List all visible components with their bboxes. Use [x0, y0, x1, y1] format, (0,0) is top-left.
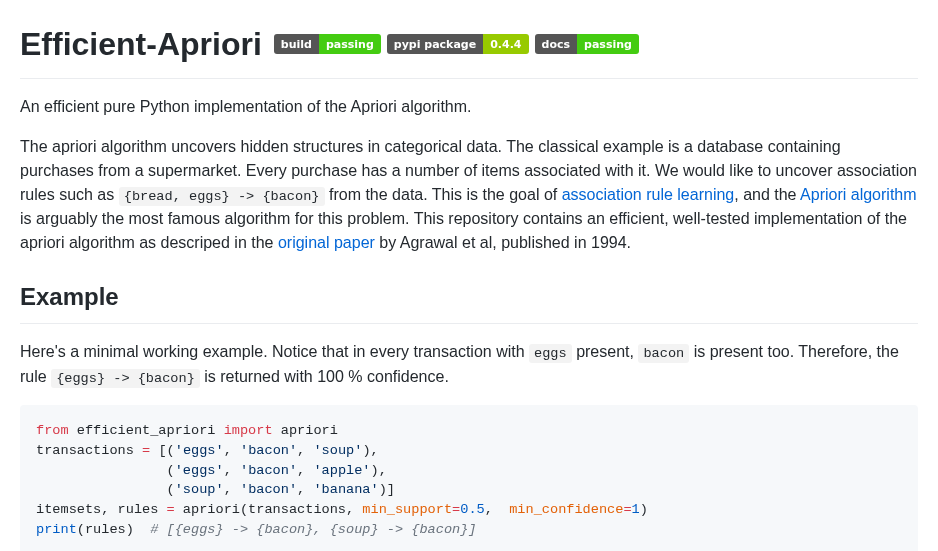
- badge-label: build: [274, 34, 319, 54]
- badge-label: pypi package: [387, 34, 483, 54]
- badge-value: passing: [319, 34, 381, 54]
- link-original-paper[interactable]: original paper: [278, 234, 375, 251]
- badge-value: passing: [577, 34, 639, 54]
- inline-code-bacon: bacon: [638, 344, 689, 363]
- inline-code-eggs: eggs: [529, 344, 572, 363]
- description-paragraph: The apriori algorithm uncovers hidden st…: [20, 135, 918, 255]
- inline-code-rule: {bread, eggs} -> {bacon}: [119, 187, 325, 206]
- text: by Agrawal et al, published in 1994.: [375, 234, 631, 251]
- example-intro-paragraph: Here's a minimal working example. Notice…: [20, 340, 918, 389]
- page-title: Efficient-Apriori build passing pypi pac…: [20, 20, 918, 79]
- badge-label: docs: [535, 34, 578, 54]
- text: from the data. This is the goal of: [329, 186, 562, 203]
- badge-docs[interactable]: docs passing: [535, 34, 639, 54]
- inline-code-rule2: {eggs} -> {bacon}: [51, 369, 200, 388]
- badge-pypi[interactable]: pypi package 0.4.4: [387, 34, 529, 54]
- text: Here's a minimal working example. Notice…: [20, 343, 529, 360]
- badge-build[interactable]: build passing: [274, 34, 381, 54]
- link-apriori-algorithm[interactable]: Apriori algorithm: [800, 186, 916, 203]
- text: , and the: [734, 186, 800, 203]
- text: is returned with 100 % confidence.: [204, 368, 449, 385]
- example-heading: Example: [20, 279, 918, 324]
- title-text: Efficient-Apriori: [20, 20, 262, 68]
- code-block: from efficient_apriori import apriori tr…: [20, 405, 918, 551]
- link-association-rule-learning[interactable]: association rule learning: [562, 186, 735, 203]
- text: present,: [576, 343, 638, 360]
- badge-value: 0.4.4: [483, 34, 528, 54]
- intro-paragraph: An efficient pure Python implementation …: [20, 95, 918, 119]
